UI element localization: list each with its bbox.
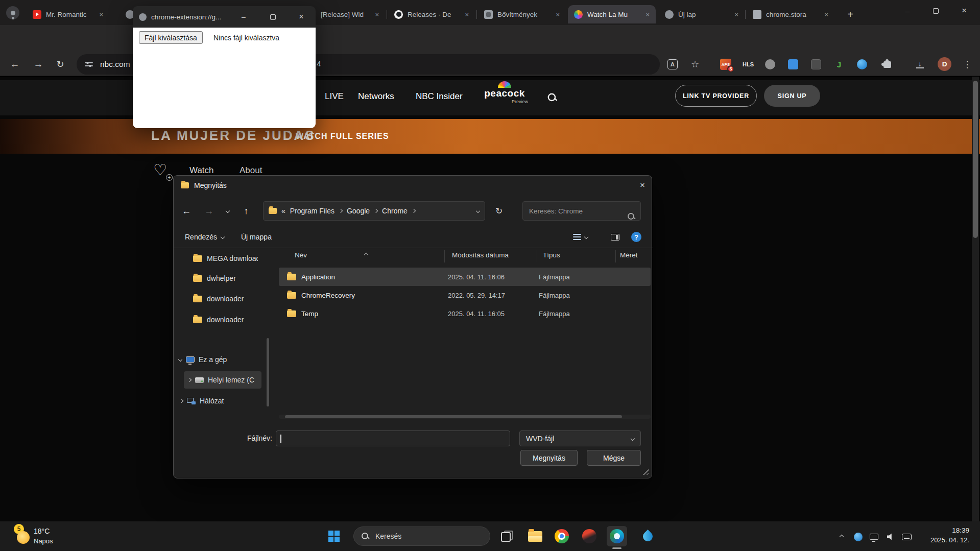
expanded-chevron-icon[interactable] — [178, 357, 182, 362]
popup-close-button[interactable]: × — [293, 10, 310, 24]
translate-icon[interactable]: A — [667, 59, 678, 70]
utility-drop-icon[interactable] — [637, 526, 658, 546]
window-close-button[interactable]: × — [950, 3, 978, 18]
popup-titlebar[interactable]: chrome-extension://g... — [133, 6, 316, 28]
search-icon[interactable] — [627, 212, 635, 221]
file-explorer-icon[interactable] — [525, 526, 545, 546]
extension-icon-7[interactable] — [857, 59, 867, 69]
tab-chrome-storage[interactable]: chrome.stora × — [747, 5, 834, 23]
sign-up-button[interactable]: SIGN UP — [764, 85, 820, 107]
back-button[interactable]: ← — [7, 57, 22, 71]
column-divider[interactable] — [537, 250, 537, 262]
help-button[interactable]: ? — [631, 232, 641, 242]
popup-maximize-button[interactable] — [264, 10, 281, 24]
dialog-search-input[interactable] — [523, 202, 632, 220]
breadcrumb[interactable]: « Program Files Google Chrome — [263, 201, 485, 221]
choose-file-button[interactable]: Fájl kiválasztása — [139, 31, 203, 44]
organize-menu[interactable]: Rendezés — [185, 229, 224, 245]
popup-minimize-button[interactable]: – — [235, 10, 252, 24]
profile-icon[interactable] — [6, 6, 19, 19]
tab-github-releases[interactable]: Releases · De × — [388, 5, 475, 23]
nav-networks[interactable]: Networks — [358, 91, 394, 102]
tab-new-tab[interactable]: Új lap × — [659, 5, 745, 23]
window-maximize-button[interactable] — [923, 3, 948, 18]
link-tv-provider-button[interactable]: LINK TV PROVIDER — [675, 85, 757, 107]
start-button[interactable] — [324, 526, 344, 546]
nav-forward-button[interactable]: → — [200, 202, 218, 220]
view-mode-button[interactable] — [573, 229, 588, 245]
bookmark-star-icon[interactable]: ☆ — [688, 57, 702, 71]
list-hscrollbar-track[interactable] — [279, 415, 651, 419]
clock[interactable]: 18:39 2025. 04. 12. — [914, 521, 971, 551]
nav-live[interactable]: LIVE — [325, 91, 344, 102]
nav-recent-dropdown[interactable] — [219, 202, 236, 220]
tray-app-icon[interactable] — [852, 531, 864, 543]
list-hscrollbar-thumb[interactable] — [285, 415, 622, 418]
tray-keyboard-icon[interactable] — [900, 531, 913, 543]
dialog-titlebar[interactable]: Megnyitás — [174, 176, 653, 195]
tray-volume-icon[interactable] — [885, 531, 897, 543]
tab-close-icon[interactable]: × — [734, 11, 738, 18]
extension-j-icon[interactable]: J — [834, 59, 844, 70]
column-divider[interactable] — [444, 250, 445, 262]
file-row-chromerecovery[interactable]: ChromeRecovery 2022. 05. 29. 14:17 Fájlm… — [279, 286, 651, 304]
extension-icon-5[interactable] — [811, 59, 821, 69]
column-header-size[interactable]: Méret — [620, 251, 638, 259]
tab-close-icon[interactable]: × — [556, 11, 560, 18]
cancel-button[interactable]: Mégse — [587, 450, 641, 466]
window-minimize-button[interactable]: – — [895, 3, 920, 18]
tab-release[interactable]: [Release] Wid × — [315, 5, 385, 23]
page-scrollbar-track[interactable] — [972, 77, 979, 521]
sidebar-item-dwhelper[interactable]: dwhelper — [193, 270, 236, 286]
filename-field[interactable] — [276, 430, 510, 446]
tab-close-icon[interactable]: × — [465, 11, 469, 18]
column-header-name[interactable]: Név — [295, 251, 307, 259]
nav-up-button[interactable]: ↑ — [237, 202, 255, 220]
tab-watch-la-mujer[interactable]: Watch La Mu × — [568, 5, 656, 23]
tab-close-icon[interactable]: × — [646, 11, 650, 18]
extension-icon-3[interactable] — [765, 59, 775, 69]
column-header-modified[interactable]: Módosítás dátuma — [452, 251, 509, 259]
dialog-close-button[interactable]: × — [632, 178, 653, 193]
nav-back-button[interactable]: ← — [178, 202, 195, 220]
filetype-dropdown[interactable]: WVD-fájl — [519, 430, 641, 446]
extensions-puzzle-icon[interactable] — [880, 58, 894, 71]
open-button[interactable]: Megnyitás — [520, 450, 578, 466]
profile-avatar[interactable]: D — [938, 57, 951, 71]
taskbar-search[interactable]: Keresés — [353, 526, 490, 546]
chrome-icon[interactable] — [552, 526, 572, 546]
tab-close-icon[interactable]: × — [824, 11, 828, 18]
filename-input[interactable] — [276, 431, 510, 446]
breadcrumb-collapse[interactable]: « — [281, 207, 285, 215]
forward-button[interactable]: → — [31, 57, 46, 71]
file-row-application[interactable]: Application 2025. 04. 11. 16:06 Fájlmapp… — [279, 268, 651, 286]
refresh-button[interactable]: ↻ — [490, 202, 508, 220]
weather-widget[interactable]: 5 18°C Napos — [0, 521, 87, 551]
preview-pane-button[interactable] — [607, 229, 623, 245]
peacock-logo[interactable]: peacock Preview — [478, 81, 531, 112]
tab-extensions[interactable]: Bővítmények × — [478, 5, 566, 23]
task-view-icon[interactable] — [497, 526, 517, 546]
sidebar-item-downloader2[interactable]: downloader — [193, 312, 244, 328]
collapsed-chevron-icon[interactable] — [187, 378, 192, 382]
extension-hls-icon[interactable]: HLS — [742, 59, 755, 70]
favorite-heart-icon[interactable]: ♡ + — [153, 162, 171, 180]
collapsed-chevron-icon[interactable] — [179, 399, 183, 403]
page-scrollbar-thumb[interactable] — [973, 81, 978, 238]
browser-menu-icon[interactable]: ⋮ — [961, 57, 973, 71]
breadcrumb-program-files[interactable]: Program Files — [290, 207, 334, 215]
extension-aps-icon[interactable]: APS 5 — [720, 59, 731, 70]
tab-mr-romantic[interactable]: Mr. Romantic × — [27, 5, 109, 23]
breadcrumb-google[interactable]: Google — [347, 207, 370, 215]
sidebar-item-this-pc[interactable]: Ez a gép — [179, 351, 227, 368]
column-divider[interactable] — [615, 250, 616, 262]
tab-close-icon[interactable]: × — [99, 11, 103, 18]
new-folder-button[interactable]: Új mappa — [241, 229, 272, 245]
sidebar-item-mega[interactable]: MEGA download — [193, 250, 258, 267]
extension-icon-4[interactable] — [788, 59, 798, 69]
page-tab-about[interactable]: About — [240, 165, 262, 176]
tray-expand-icon[interactable] — [835, 531, 848, 543]
browser2-icon[interactable] — [579, 526, 600, 546]
breadcrumb-chrome[interactable]: Chrome — [382, 207, 408, 215]
resize-grip[interactable] — [641, 468, 649, 475]
